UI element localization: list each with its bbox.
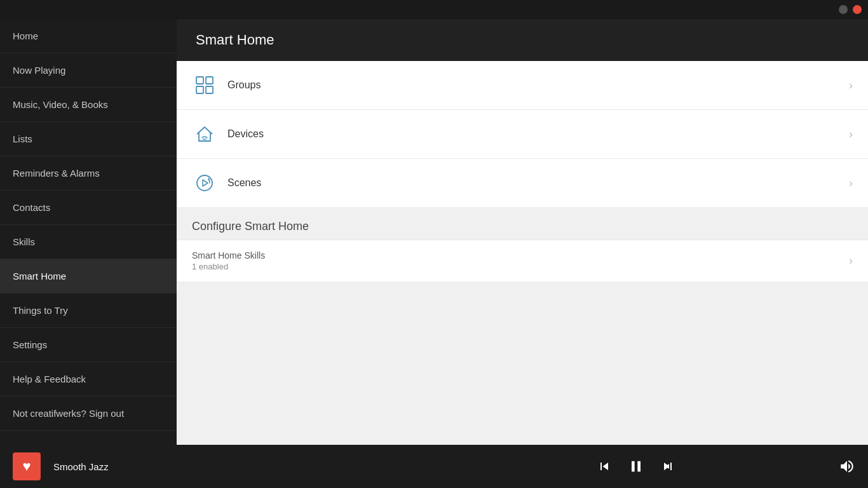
devices-icon [192,121,217,147]
configure-title: Configure Smart Home [192,220,853,233]
devices-item[interactable]: Devices › [177,110,868,159]
sidebar: HomeNow PlayingMusic, Video, & BooksList… [0,19,177,445]
volume-icon [839,458,855,475]
devices-chevron: › [849,128,853,141]
sidebar-item-settings[interactable]: Settings [0,328,177,362]
skills-chevron: › [849,254,853,268]
sidebar-item-lists[interactable]: Lists [0,122,177,156]
sidebar-item-reminders-alarms[interactable]: Reminders & Alarms [0,156,177,191]
play-pause-button[interactable] [627,458,645,475]
close-button[interactable] [853,5,862,14]
sidebar-item-things-to-try[interactable]: Things to Try [0,294,177,328]
iheart-logo-icon: ♥ [22,458,31,475]
player-controls [446,458,826,475]
sidebar-item-skills[interactable]: Skills [0,225,177,259]
next-icon [660,459,675,474]
sidebar-item-music-video-books[interactable]: Music, Video, & Books [0,88,177,122]
sidebar-item-now-playing[interactable]: Now Playing [0,53,177,88]
sidebar-item-smart-home[interactable]: Smart Home [0,259,177,294]
pause-icon [627,458,645,475]
groups-icon [192,72,217,98]
bottom-player: ♥ Smooth Jazz [0,445,868,488]
content-area: Groups › [177,61,868,281]
svg-rect-3 [206,86,213,93]
devices-label: Devices [227,128,849,140]
svg-point-4 [204,140,205,142]
scenes-icon [192,170,217,196]
scenes-label: Scenes [227,177,849,189]
svg-rect-1 [206,77,213,84]
main-menu-section: Groups › [177,61,868,207]
volume-section [839,458,855,475]
volume-button[interactable] [839,458,855,475]
groups-item[interactable]: Groups › [177,61,868,110]
svg-rect-0 [196,77,203,84]
page-header: Smart Home [177,19,868,61]
previous-button[interactable] [597,459,612,474]
page-title: Smart Home [196,32,849,48]
skills-name: Smart Home Skills [192,250,849,261]
main-content: Smart Home Groups › [177,19,868,445]
skills-section: Smart Home Skills 1 enabled › [177,240,868,281]
sidebar-nav: HomeNow PlayingMusic, Video, & BooksList… [0,19,177,445]
scenes-chevron: › [849,177,853,190]
groups-label: Groups [227,79,849,91]
sidebar-item-sign-out[interactable]: Not creatifwerks? Sign out [0,396,177,431]
next-button[interactable] [660,459,675,474]
skills-info: Smart Home Skills 1 enabled [192,250,849,271]
previous-icon [597,459,612,474]
minimize-button[interactable] [839,5,848,14]
sidebar-item-contacts[interactable]: Contacts [0,191,177,225]
player-track-name: Smooth Jazz [53,461,433,472]
player-album-art: ♥ [13,452,41,480]
svg-rect-2 [196,86,203,93]
sidebar-item-help-feedback[interactable]: Help & Feedback [0,362,177,396]
sidebar-item-home[interactable]: Home [0,19,177,53]
configure-section: Configure Smart Home [177,207,868,240]
groups-chevron: › [849,79,853,92]
scenes-item[interactable]: Scenes › [177,159,868,207]
smart-home-skills-item[interactable]: Smart Home Skills 1 enabled › [177,240,868,281]
skills-count: 1 enabled [192,262,849,271]
